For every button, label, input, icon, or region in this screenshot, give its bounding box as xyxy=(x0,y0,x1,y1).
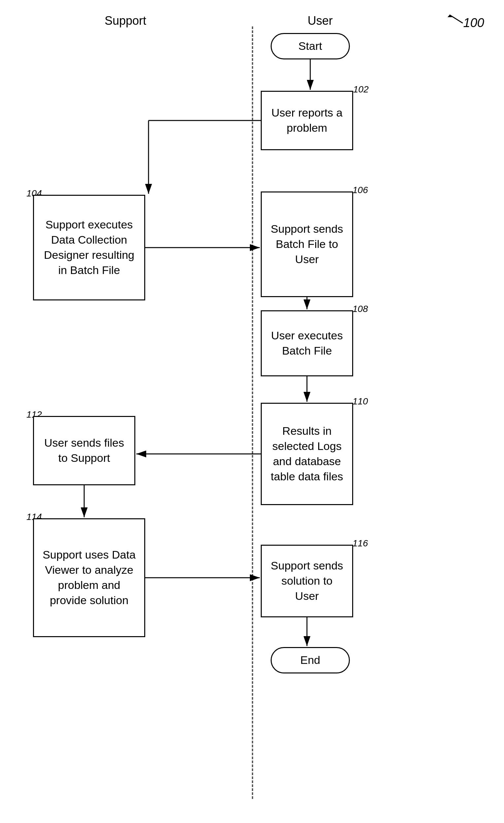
support-executes-box: Support executes Data Collection Designe… xyxy=(33,195,145,300)
user-reports-box: User reports a problem xyxy=(261,91,353,150)
ref-102: 102 xyxy=(353,84,369,95)
support-sends-solution-box: Support sends solution to User xyxy=(261,545,353,617)
column-divider xyxy=(252,26,253,799)
ref-106: 106 xyxy=(352,185,368,195)
start-node: Start xyxy=(271,33,350,59)
ref-arrow-icon xyxy=(443,10,469,26)
end-node: End xyxy=(271,647,350,673)
col-support-label: Support xyxy=(76,14,175,28)
user-sends-box: User sends files to Support xyxy=(33,416,135,485)
support-analyzes-box: Support uses Data Viewer to analyze prob… xyxy=(33,518,145,637)
diagram-container: Support User 100 Start 102 User reports … xyxy=(0,0,504,823)
col-user-label: User xyxy=(271,14,370,28)
user-executes-box: User executes Batch File xyxy=(261,310,353,376)
results-in-box: Results in selected Logs and database ta… xyxy=(261,403,353,505)
ref-116: 116 xyxy=(352,538,368,549)
support-sends-batch-box: Support sends Batch File to User xyxy=(261,191,353,297)
svg-line-0 xyxy=(450,15,463,23)
ref-108: 108 xyxy=(352,304,368,314)
ref-110: 110 xyxy=(352,396,368,407)
